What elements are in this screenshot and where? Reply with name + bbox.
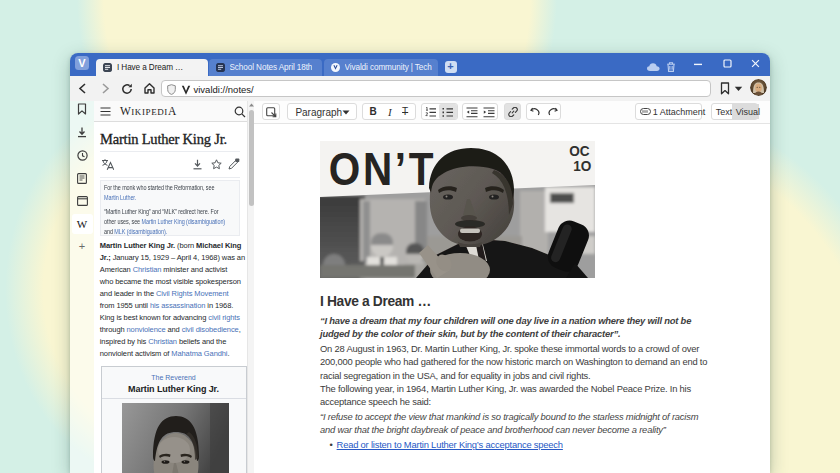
svg-text:OC: OC xyxy=(569,144,589,159)
svg-text:ON’T: ON’T xyxy=(329,144,436,195)
svg-text:1O: 1O xyxy=(573,159,591,174)
